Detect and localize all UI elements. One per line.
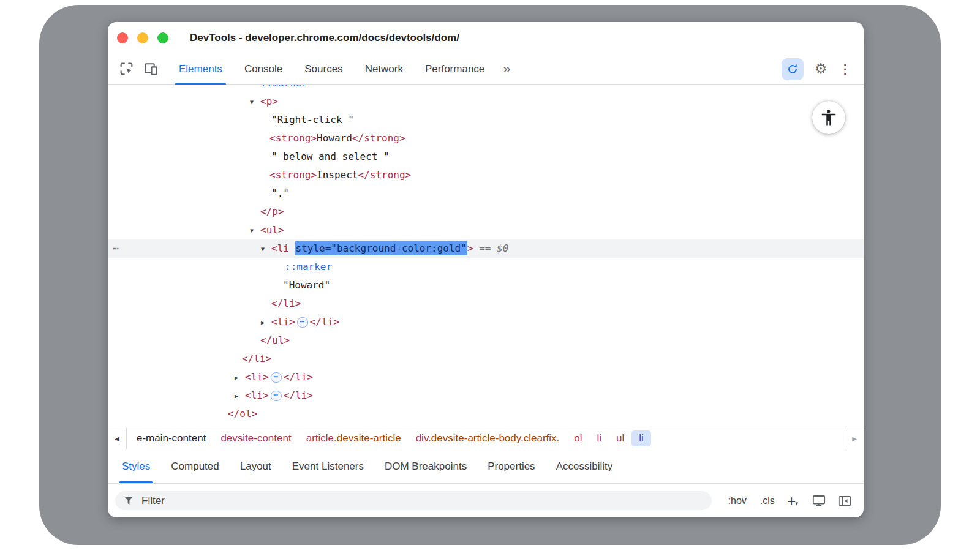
breadcrumb-item[interactable]: ol — [567, 430, 589, 446]
collapse-arrow-icon[interactable]: ▼ — [261, 240, 271, 258]
breadcrumb-item[interactable]: li — [590, 430, 609, 446]
zoom-button[interactable] — [157, 32, 168, 43]
breadcrumb-item-selected[interactable]: li — [631, 430, 651, 446]
dom-tree-node[interactable]: </li> — [108, 350, 864, 368]
token-tag: <li> — [245, 371, 269, 383]
element-states-button[interactable]: :hov — [728, 495, 747, 506]
dom-tree-node[interactable]: </p> — [108, 203, 864, 221]
dom-tree-node[interactable]: ▶<li>⋯</li> — [108, 386, 864, 405]
sidebar-tab-dom-breakpoints[interactable]: DOM Breakpoints — [374, 449, 477, 483]
breadcrumb-item[interactable]: ul — [609, 430, 631, 446]
toggle-sidebar-icon[interactable] — [834, 490, 855, 511]
dom-tree-node[interactable]: </li> — [108, 295, 864, 313]
collapse-arrow-icon[interactable]: ▼ — [250, 93, 260, 111]
rendering-monitor-icon[interactable] — [809, 490, 829, 511]
breadcrumb-segment: article — [306, 432, 334, 444]
token-tag: </p> — [260, 206, 284, 217]
expand-arrow-icon[interactable]: ▶ — [261, 314, 271, 332]
dom-tree-node[interactable]: ▼<ul> — [108, 221, 864, 239]
dom-tree-node[interactable]: <strong>Inspect</strong> — [108, 166, 864, 184]
devtools-window: DevTools - developer.chrome.com/docs/dev… — [108, 22, 864, 517]
token-pseudo: ::marker — [260, 85, 307, 89]
breadcrumb-item[interactable]: devsite-content — [213, 430, 298, 446]
settings-gear-icon[interactable]: ⚙ — [810, 58, 832, 80]
breadcrumb-item[interactable]: div.devsite-article-body.clearfix. — [409, 430, 567, 446]
collapse-arrow-icon[interactable]: ▼ — [250, 222, 260, 240]
breadcrumb-segment: ul — [616, 432, 624, 444]
dom-tree-node[interactable]: </ol> — [108, 405, 864, 423]
tab-console[interactable]: Console — [233, 54, 293, 84]
token-tag: <strong> — [270, 169, 317, 181]
dom-tree-node[interactable]: ::marker — [108, 85, 864, 92]
dom-tree-node[interactable]: "." — [108, 184, 864, 203]
right-arrow-icon: ▶ — [852, 435, 857, 442]
dom-tree-node[interactable]: "Howard" — [108, 276, 864, 295]
styles-filter-input[interactable] — [140, 494, 704, 508]
element-classes-button[interactable]: .cls — [760, 495, 775, 506]
minimize-button[interactable] — [137, 32, 148, 43]
breadcrumb: e-main-contentdevsite-contentarticle.dev… — [127, 427, 845, 449]
sidebar-tab-computed[interactable]: Computed — [160, 449, 229, 483]
expand-inline-icon[interactable]: ⋯ — [271, 372, 282, 383]
tab-elements[interactable]: Elements — [168, 54, 233, 84]
token-text: " below and select " — [271, 151, 390, 162]
dom-tree: ::marker▼<p>"Right-click "<strong>Howard… — [108, 85, 864, 423]
dom-tree-node[interactable]: <strong>Howard</strong> — [108, 129, 864, 148]
breadcrumb-item[interactable]: article.devsite-article — [299, 430, 409, 446]
token-selection[interactable]: style="background-color:gold" — [295, 241, 467, 255]
sidebar-tab-event-listeners[interactable]: Event Listeners — [282, 449, 374, 483]
device-toolbar-icon[interactable] — [140, 58, 162, 80]
token-text: "Right-click " — [271, 114, 354, 126]
inspect-icon[interactable] — [115, 58, 137, 80]
expand-arrow-icon[interactable]: ▶ — [235, 387, 245, 405]
more-tabs-icon[interactable]: » — [496, 62, 518, 76]
new-style-rule-button[interactable]: + ▾ — [787, 494, 798, 508]
expand-inline-icon[interactable]: ⋯ — [297, 317, 308, 328]
tab-performance[interactable]: Performance — [414, 54, 496, 84]
token-text: Howard — [317, 132, 352, 144]
sidebar-tab-accessibility[interactable]: Accessibility — [546, 449, 624, 483]
dom-tree-node[interactable]: "Right-click " — [108, 111, 864, 129]
token-tag: <p> — [260, 96, 278, 107]
sidebar-tab-layout[interactable]: Layout — [230, 449, 282, 483]
token-tag: </li> — [284, 389, 313, 401]
token-tag: </ul> — [260, 334, 290, 346]
dom-tree-node[interactable]: ::marker — [108, 258, 864, 276]
dom-tree-node[interactable]: ▶<li>⋯</li> — [108, 368, 864, 386]
token-tag: </li> — [271, 298, 301, 309]
token-text: "Howard" — [283, 279, 330, 291]
token-tag: <ul> — [260, 224, 284, 236]
dom-tree-node-selected[interactable]: ⋯▼<li style="background-color:gold"> == … — [108, 239, 864, 258]
styles-filter-pill[interactable] — [115, 491, 712, 510]
row-menu-icon[interactable]: ⋯ — [113, 239, 119, 258]
breadcrumb-scroll-left[interactable]: ◀ — [108, 427, 127, 449]
dom-tree-node[interactable]: " below and select " — [108, 148, 864, 166]
dom-tree-node[interactable]: ▼<p> — [108, 92, 864, 111]
breadcrumb-item[interactable]: e-main-content — [129, 430, 213, 446]
breadcrumb-bar: ◀ e-main-contentdevsite-contentarticle.d… — [108, 427, 864, 449]
breadcrumb-scroll-right[interactable]: ▶ — [845, 427, 864, 449]
breadcrumb-segment: devsite-content — [221, 432, 291, 444]
accessibility-button[interactable] — [812, 101, 845, 134]
tab-network[interactable]: Network — [354, 54, 414, 84]
token-tag: </li> — [310, 316, 339, 328]
breadcrumb-segment: .devsite-article-body.clearfix. — [428, 432, 559, 444]
tab-sources[interactable]: Sources — [293, 54, 353, 84]
expand-arrow-icon[interactable]: ▶ — [235, 369, 245, 387]
elements-panel: ::marker▼<p>"Right-click "<strong>Howard… — [108, 85, 864, 427]
dom-tree-node[interactable]: </ul> — [108, 331, 864, 350]
token-tag: </ol> — [228, 408, 257, 419]
token-tag: <strong> — [270, 132, 317, 144]
close-button[interactable] — [117, 32, 128, 43]
titlebar: DevTools - developer.chrome.com/docs/dev… — [108, 22, 864, 54]
breadcrumb-segment: e-main-content — [137, 432, 206, 444]
sidebar-tab-styles[interactable]: Styles — [111, 449, 160, 483]
caret-down-icon: ▾ — [795, 500, 798, 506]
sync-icon[interactable] — [782, 58, 804, 80]
expand-inline-icon[interactable]: ⋯ — [271, 391, 282, 401]
devtools-toolbar: ElementsConsoleSourcesNetworkPerformance… — [108, 54, 864, 85]
breadcrumb-segment: li — [639, 432, 644, 444]
sidebar-tab-properties[interactable]: Properties — [477, 449, 545, 483]
kebab-menu-icon[interactable]: ⋮ — [834, 58, 856, 80]
dom-tree-node[interactable]: ▶<li>⋯</li> — [108, 313, 864, 331]
